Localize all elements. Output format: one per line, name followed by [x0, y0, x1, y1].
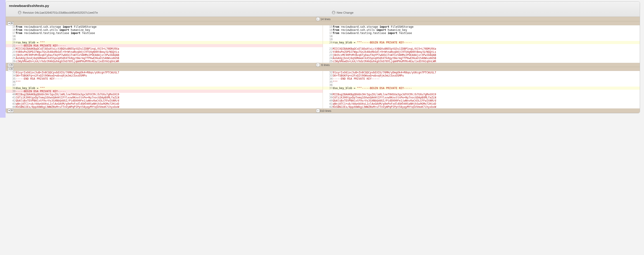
collapse-bar-top: + 14 lines	[6, 17, 640, 21]
download-right-icon[interactable]	[332, 11, 336, 14]
code-right: KkSBNJ2Es/8ppX6Wkgi3WWZNsMruTTnVyWPqPIPp…	[333, 105, 640, 108]
diff-row[interactable]: 35-----END RSA PRIVATE KEY-----34-----EN…	[6, 77, 640, 80]
collapse-top-label: 14 lines	[320, 18, 330, 21]
diff-chunk-1: 15from reviewboard.ssh.storage import Fi…	[6, 25, 640, 63]
code-right: dsa_key_blob = """-----BEGIN DSA PRIVATE…	[333, 86, 640, 90]
download-left-icon[interactable]	[18, 11, 22, 14]
line-number-right: 22	[323, 50, 333, 54]
diff-row[interactable]: 1919	[6, 38, 640, 41]
collapse-bar-top-sub: +20	[6, 21, 640, 25]
code-right: 91syrIxOdjoc3uB+Zn8CQQCpvbEXIU/76MH/yDmg…	[333, 71, 640, 74]
code-left: MIIBugIBAAKBgQDddn3Hr3guZXLlmRLlneT0HSUa…	[16, 93, 323, 96]
line-number-left: 21	[6, 44, 16, 47]
diff-row[interactable]: 15from reviewboard.ssh.storage import Fi…	[6, 25, 640, 28]
diff-row[interactable]: 26cIWyhMowEk+LkX/rhdstR4kQuhkgGtkO78YLjq…	[6, 60, 640, 63]
code-right: MIIBugIBAAKBgQDddn3Hr3guZXLlmRLlneT0HSUa…	[333, 93, 640, 96]
line-number-right: 38	[323, 93, 333, 96]
revision-left: Revision 04c1ae32640701c33d6bccb95d432f2…	[9, 10, 323, 16]
revision-right: New Change	[323, 10, 637, 16]
diff-row[interactable]: 3391syrIxOdjoc3uB+Zn8CQQCpvbEXIU/76MH/yD…	[6, 71, 640, 74]
code-right	[333, 35, 640, 38]
expand-top-button[interactable]: +	[316, 17, 320, 21]
line-number-right	[323, 90, 333, 93]
diff-row[interactable]: 39-----BEGIN DSA PRIVATE KEY-----	[6, 90, 640, 93]
code-left: -----END RSA PRIVATE KEY-----	[16, 77, 323, 80]
revision-left-label: Revision 04c1ae32640701c33d6bccb95d432f2…	[23, 11, 98, 14]
diff-row[interactable]: 17from reviewboard.testing.testcase impo…	[6, 32, 640, 35]
code-left: rsa_key_blob = """	[16, 41, 323, 44]
line-number-left: 35	[6, 77, 16, 80]
code-left: -----BEGIN DSA PRIVATE KEY-----	[16, 90, 323, 93]
diff-row[interactable]: 42QbAlsBxTEVPB6CxtF9srVs3SXNbQddGI/PidEK…	[6, 99, 640, 102]
code-left: qNnjATC1+ub/4dwnbO4sL2zlAoGAVM/g9ePoFxdl…	[16, 102, 323, 105]
code-right	[333, 84, 640, 86]
line-number-left: 26	[6, 60, 16, 63]
line-number-left: 24	[6, 54, 16, 56]
line-number-left: 41	[6, 96, 16, 99]
code-left: from reviewboard.ssh.storage import File…	[16, 25, 323, 28]
code-right	[333, 90, 640, 93]
code-left: jBnhczMC90PnM+Bvq6TyDaufXqYP7w8Xk1TsW7nz…	[16, 54, 323, 56]
diff-row[interactable]: 25AoGAXgjbn4j6qSDRmemlkX5Spnq0SQhXTk0gyt…	[6, 56, 640, 60]
line-number-right: 15	[323, 25, 333, 28]
diff-row[interactable]: 20rsa_key_blob = """20rsa_key_blob = """…	[6, 41, 640, 44]
diff-row[interactable]: 43qNnjATC1+ub/4dwnbO4sL2zlAoGAVM/g9ePoFx…	[6, 102, 640, 105]
diff-row[interactable]: 21-----BEGIN RSA PRIVATE KEY-----	[6, 44, 640, 47]
line-number-right: 37	[323, 86, 333, 90]
line-number-right: 16	[323, 28, 333, 32]
diff-row[interactable]: 38dsa_key_blob = """37dsa_key_blob = """…	[6, 86, 640, 90]
line-number-right: 17	[323, 32, 333, 35]
expand-up-20-button-mid[interactable]: +20	[8, 63, 14, 67]
line-number-left: 33	[6, 71, 16, 74]
diff-row[interactable]: 3736	[6, 84, 640, 86]
diff-row[interactable]: 44KkSBNJ2Es/8ppX6Wkgi3WWZNsMruTTnVyWPqPI…	[6, 105, 640, 108]
line-number-right: 18	[323, 35, 333, 38]
expand-bottom-button[interactable]: +	[316, 109, 320, 112]
collapse-bar-mid-up: +20 + 6 lines	[6, 63, 640, 67]
code-left: C6Tzjk300tgxDpTnmq1OVwoQA44tIFYlxvw9Knxt…	[16, 96, 323, 99]
code-left: AoGAXgjbn4j6qSDRmemlkX5Spnq0SQhXTk0gytBe…	[16, 56, 323, 60]
code-right: rsa_key_blob = """-----BEGIN RSA PRIVATE…	[333, 41, 640, 44]
code-right: from reviewboard.testing.testcase import…	[333, 32, 640, 35]
diff-row[interactable]: 40MIIBugIBAAKBgQDddn3Hr3guZXLlmRLlneT0HS…	[6, 93, 640, 96]
line-number-right: 32	[323, 71, 333, 74]
diff-row[interactable]: 1818	[6, 35, 640, 38]
line-number-left: 39	[6, 90, 16, 93]
line-number-left: 40	[6, 93, 16, 96]
code-left: dsa_key_blob = """	[16, 86, 323, 90]
line-number-right: 19	[323, 38, 333, 41]
diff-file-container: reviewboard/ssh/tests.py Revision 04c1ae…	[6, 1, 640, 113]
code-right: QbAlsBxTEVPB6CxtF9srVs3SXNbQddGI/PidEK00…	[333, 99, 640, 102]
code-left: tVB9uPeZOPDJrWgu7Gn2k48oRkGdl+9+WtnaNvgb…	[16, 50, 323, 54]
diff-row[interactable]: 16from reviewboard.ssh.utils import huma…	[6, 28, 640, 32]
line-number-right: 20	[323, 41, 333, 44]
line-number-left: 42	[6, 99, 16, 102]
line-number-right	[323, 44, 333, 47]
collapse-bottom-label: 310 lines	[320, 109, 331, 112]
expand-down-20-button-1[interactable]: +20	[8, 22, 14, 25]
diff-chunk-2: 3391syrIxOdjoc3uB+Zn8CQQCpvbEXIU/76MH/yD…	[6, 71, 640, 108]
diff-row[interactable]: 24jBnhczMC90PnM+Bvq6TyDaufXqYP7w8Xk1TsW7…	[6, 54, 640, 56]
line-number-left: 15	[6, 25, 16, 28]
code-right: """	[333, 80, 640, 84]
code-right: from reviewboard.ssh.storage import File…	[333, 25, 640, 28]
line-number-left: 16	[6, 28, 16, 32]
diff-row[interactable]: 23tVB9uPeZOPDJrWgu7Gn2k48oRkGdl+9+WtnaNv…	[6, 50, 640, 54]
line-number-right: 34	[323, 77, 333, 80]
file-path: reviewboard/ssh/tests.py	[9, 4, 636, 8]
line-number-left: 18	[6, 35, 16, 38]
line-number-right: 25	[323, 60, 333, 63]
line-number-left: 23	[6, 50, 16, 54]
code-right: MIICXQIBAAKBgQCsElbDaXtsLctXBQVu8N55ptQ3…	[333, 47, 640, 50]
diff-row[interactable]: 41C6Tzjk300tgxDpTnmq1OVwoQA44tIFYlxvw9Kn…	[6, 96, 640, 99]
line-number-right: 23	[323, 54, 333, 56]
code-right: C6Tzjk300tgxDpTnmq1OVwoQA44tIFYlxvw9Knxt…	[333, 96, 640, 99]
diff-row[interactable]: 34SK+fSBGKFq+n2FxQIt9OWswQ+wbvq9jmJmLCGx…	[6, 74, 640, 77]
diff-row[interactable]: 36"""35"""	[6, 80, 640, 84]
line-number-left: 19	[6, 38, 16, 41]
collapse-mid-label: 6 lines	[321, 63, 330, 67]
expand-down-20-button-mid[interactable]: +20	[8, 67, 14, 71]
expand-up-20-button-bottom[interactable]: +20	[8, 109, 14, 112]
expand-mid-button[interactable]: +	[316, 63, 320, 67]
diff-row[interactable]: 22MIICXQIBAAKBgQCsElbDaXtsLctXBQVu8N55pt…	[6, 47, 640, 50]
